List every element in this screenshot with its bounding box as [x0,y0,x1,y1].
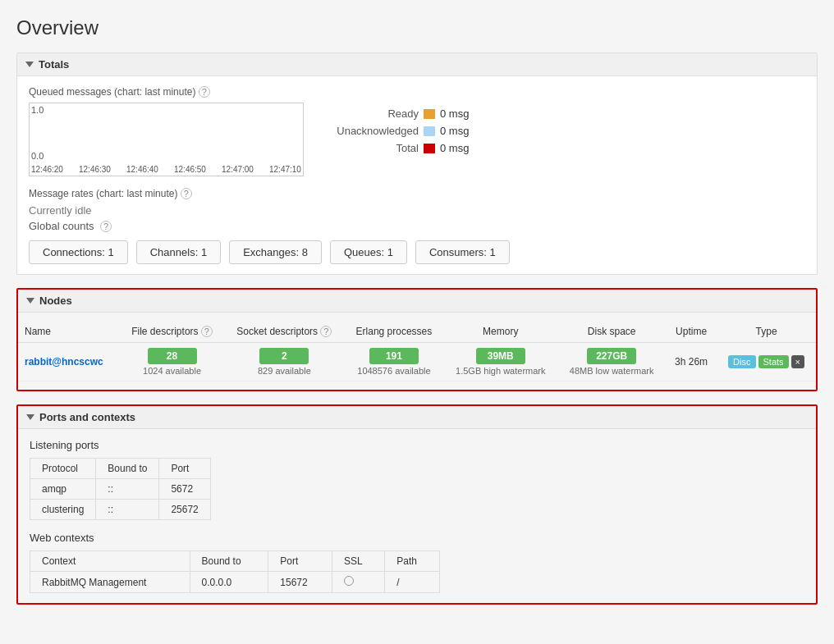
legend-total-label: Total [328,142,419,154]
chart-y-min: 0.0 [31,151,44,161]
node-disk-space: 227GB 48MB low watermark [557,343,666,381]
socket-desc-help-icon[interactable]: ? [320,326,332,337]
x-badge[interactable]: × [791,355,804,368]
nodes-header-label: Nodes [39,295,72,307]
memory-value: 39MB [476,348,525,364]
erlang-proc-value: 191 [369,348,419,364]
totals-header: Totals [17,53,817,76]
node-memory: 39MB 1.5GB high watermark [443,343,557,381]
chart-x-label-5: 12:47:00 [222,165,254,174]
nodes-header: Nodes [18,290,816,313]
node-type: Disc Stats × [717,343,816,381]
global-counts-label: Global counts ? [29,220,805,232]
table-row: amqp :: 5672 [30,479,211,500]
chart-x-label-4: 12:46:50 [174,165,206,174]
web-contexts-table: Context Bound to Port SSL Path RabbitMQ … [30,550,440,593]
socket-desc-available: 829 available [231,366,337,376]
col-web-bound-to: Bound to [190,551,268,572]
web-path: / [385,572,440,593]
legend-unacked-label: Unacknowledged [328,125,419,137]
node-socket-descriptors: 2 829 available [224,343,344,381]
ports-header-label: Ports and contexts [39,411,135,423]
page-title: Overview [16,16,818,39]
legend-unacked-value: 0 msg [440,125,469,137]
channels-count-button[interactable]: Channels: 1 [136,240,221,264]
chart-y-max: 1.0 [31,105,44,115]
col-file-descriptors: File descriptors ? [120,321,224,343]
col-web-port: Port [268,551,332,572]
legend-total-value: 0 msg [440,142,469,154]
connections-count-button[interactable]: Connections: 1 [29,240,128,264]
chart-x-label-1: 12:46:20 [31,165,63,174]
ssl-empty-circle [344,576,354,586]
protocol-clustering: clustering [30,500,96,520]
currently-idle: Currently idle [29,204,805,217]
totals-body: Queued messages (chart: last minute) ? 1… [17,76,817,274]
totals-header-label: Totals [39,58,69,71]
totals-toggle-icon[interactable] [25,62,34,67]
nodes-table-wrapper: Name File descriptors ? Socket descripto… [18,313,816,390]
queued-messages-help-icon[interactable]: ? [199,86,210,98]
counts-row: Connections: 1 Channels: 1 Exchanges: 8 … [29,240,805,264]
node-name[interactable]: rabbit@hncscwc [18,343,120,381]
ports-toggle-icon[interactable] [26,414,34,420]
nodes-toggle-icon[interactable] [26,298,34,304]
web-bound-to: 0.0.0.0 [190,572,268,593]
nodes-table-header-row: Name File descriptors ? Socket descripto… [18,321,816,343]
file-desc-help-icon[interactable]: ? [201,326,213,337]
socket-desc-value: 2 [259,348,309,364]
nodes-section: Nodes Name File descriptors ? Socket des… [16,288,818,391]
stats-badge: Stats [758,355,789,368]
queues-count-button[interactable]: Queues: 1 [330,240,407,264]
web-ssl [332,572,384,593]
legend-ready-value: 0 msg [440,107,469,120]
ports-section: Ports and contexts Listening ports Proto… [16,404,818,605]
ports-table-header: Protocol Bound to Port [30,459,211,479]
web-port: 15672 [268,572,332,593]
port-amqp: 5672 [159,479,210,500]
col-web-ssl: SSL [332,551,384,572]
bound-to-clustering: :: [96,500,159,520]
legend-total-color [424,144,435,153]
chart-x-label-2: 12:46:30 [79,165,111,174]
queued-messages-label: Queued messages (chart: last minute) ? [29,86,805,98]
global-counts-help-icon[interactable]: ? [100,221,112,232]
col-bound-to: Bound to [96,459,159,479]
legend-ready-color [424,109,435,119]
col-disk-space: Disk space [557,321,666,343]
message-rates-label: Message rates (chart: last minute) ? [29,188,805,199]
queued-messages-chart: 1.0 0.0 12:46:20 12:46:30 12:46:40 12:46… [29,103,304,176]
disk-watermark: 48MB low watermark [564,366,659,376]
node-uptime: 3h 26m [666,343,717,381]
exchanges-count-button[interactable]: Exchanges: 8 [229,240,322,264]
legend-total: Total 0 msg [328,142,469,154]
col-context: Context [30,551,190,572]
col-type: Type [717,321,816,343]
file-desc-available: 1024 available [126,366,218,376]
node-file-descriptors: 28 1024 available [120,343,224,381]
port-clustering: 25672 [159,500,210,520]
col-erlang-processes: Erlang processes [345,321,444,343]
col-port: Port [159,459,210,479]
bound-to-amqp: :: [96,479,159,500]
web-contexts-label: Web contexts [30,532,804,544]
erlang-proc-available: 1048576 available [351,366,438,376]
chart-x-label-3: 12:46:40 [126,165,158,174]
table-row: rabbit@hncscwc 28 1024 available 2 829 a… [18,343,816,381]
chart-x-label-6: 12:47:10 [269,165,301,174]
consumers-count-button[interactable]: Consumers: 1 [415,240,510,264]
chart-x-labels: 12:46:20 12:46:30 12:46:40 12:46:50 12:4… [30,165,303,174]
table-row: RabbitMQ Management 0.0.0.0 15672 / [30,572,440,593]
listening-ports-table: Protocol Bound to Port amqp :: 5672 clus… [30,458,211,520]
type-badges: Disc Stats × [723,355,809,368]
col-web-path: Path [385,551,440,572]
table-row: clustering :: 25672 [30,500,211,520]
disc-badge: Disc [728,355,755,368]
totals-section: Totals Queued messages (chart: last minu… [16,53,818,275]
legend-ready-label: Ready [328,107,419,120]
col-memory: Memory [443,321,557,343]
col-name: Name [18,321,120,343]
legend-ready: Ready 0 msg [328,107,469,120]
message-rates-help-icon[interactable]: ? [181,188,192,199]
ports-header: Ports and contexts [18,406,816,429]
